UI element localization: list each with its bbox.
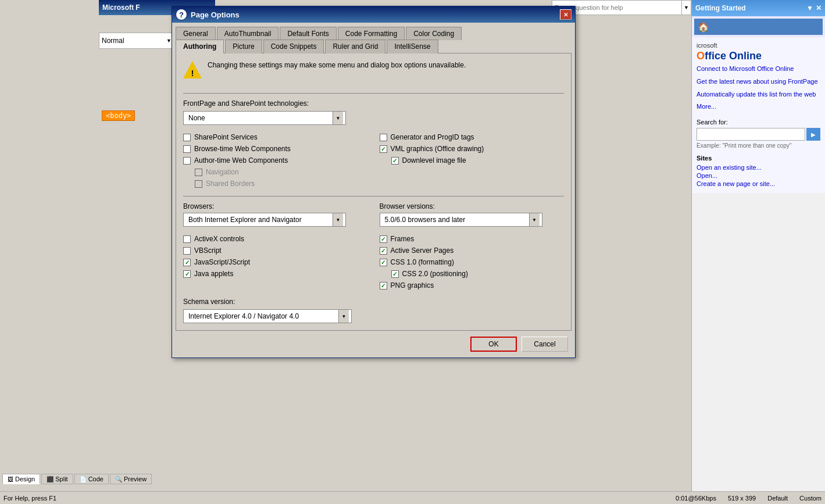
style-dropdown[interactable]: Normal ▼ (99, 33, 174, 49)
link-update[interactable]: Automatically update this list from the … (697, 89, 820, 101)
divider-1 (183, 93, 564, 94)
tab-split[interactable]: ⬛ Split (41, 474, 73, 484)
downlevel-image-checkbox[interactable] (391, 157, 399, 165)
browser-versions-dropdown-arrow[interactable]: ▼ (529, 213, 540, 226)
cb-vml-graphics: VML graphics (Office drawing) (380, 145, 565, 153)
cb-shared-borders: Shared Borders (183, 180, 368, 188)
author-time-checkbox[interactable] (183, 157, 191, 165)
schema-dropdown-arrow[interactable]: ▼ (338, 310, 349, 323)
cb-asp: Active Server Pages (380, 246, 565, 255)
tab-picture[interactable]: Picture (225, 40, 262, 53)
cb-java-applets: Java applets (183, 270, 368, 278)
schema-dropdown[interactable]: Internet Explorer 4.0 / Navigator 4.0 ▼ (183, 309, 352, 323)
office-online-label: icrosoft (697, 42, 820, 49)
tab-default-fonts[interactable]: Default Fonts (280, 27, 336, 40)
navigation-label: Navigation (206, 168, 239, 176)
activex-checkbox[interactable] (183, 235, 191, 243)
tab-code-formatting[interactable]: Code Formatting (338, 27, 405, 40)
status-custom: Custom (799, 495, 822, 502)
browsers-dropdown-arrow[interactable]: ▼ (333, 213, 343, 226)
schema-label: Schema version: (183, 298, 564, 306)
css1-label: CSS 1.0 (formatting) (391, 258, 454, 266)
vml-graphics-checkbox[interactable] (380, 145, 387, 153)
css2-checkbox[interactable] (391, 270, 399, 278)
link-create-new[interactable]: Create a new page or site... (697, 180, 820, 187)
css1-checkbox[interactable] (380, 259, 387, 266)
browser-checkbox-col-right: Frames Active Server Pages CSS 1.0 (form… (380, 235, 565, 289)
ok-button[interactable]: OK (470, 337, 517, 352)
tab-authoring[interactable]: Authoring (176, 40, 224, 53)
cancel-button[interactable]: Cancel (522, 337, 568, 352)
cb-activex: ActiveX controls (183, 235, 368, 243)
shared-borders-label: Shared Borders (206, 180, 255, 188)
link-open-existing[interactable]: Open an existing site... (697, 164, 820, 171)
cb-browse-time: Browse-time Web Components (183, 145, 368, 153)
split-icon: ⬛ (47, 476, 53, 482)
asp-label: Active Server Pages (391, 246, 454, 255)
browse-time-checkbox[interactable] (183, 145, 191, 153)
css2-label: CSS 2.0 (positioning) (402, 270, 468, 278)
shared-borders-checkbox[interactable] (195, 180, 202, 188)
asp-checkbox[interactable] (380, 247, 387, 255)
right-panel-titlebar: Getting Started ▼ ✕ (692, 0, 825, 16)
tab-color-coding[interactable]: Color Coding (406, 27, 462, 40)
browse-time-label: Browse-time Web Components (194, 145, 291, 153)
tab-intellisense[interactable]: IntelliSense (387, 40, 438, 53)
dialog-titlebar: ? Page Options ✕ (172, 6, 575, 23)
cb-navigation: Navigation (183, 168, 368, 176)
browser-versions-dropdown[interactable]: 5.0/6.0 browsers and later ▼ (380, 213, 542, 227)
link-connect[interactable]: Connect to Microsoft Office Online (697, 63, 820, 75)
dialog-close-button[interactable]: ✕ (560, 9, 572, 20)
tab-code[interactable]: 📄 Code (74, 474, 109, 484)
dialog-footer: OK Cancel (172, 331, 575, 358)
author-time-label: Author-time Web Components (194, 156, 288, 165)
frontpage-dropdown[interactable]: None ▼ (183, 111, 346, 125)
warning-text: Changing these settings may make some me… (208, 60, 564, 70)
right-panel-close-icon[interactable]: ✕ (816, 4, 822, 12)
sharepoint-services-checkbox[interactable] (183, 134, 191, 141)
right-panel-dropdown-icon[interactable]: ▼ (806, 4, 813, 12)
tab-general[interactable]: General (176, 27, 216, 40)
search-section: Search for: ▶ Example: "Print more than … (697, 119, 820, 149)
schema-section: Schema version: Internet Explorer 4.0 / … (183, 298, 564, 323)
tab-design[interactable]: 🖼 Design (2, 474, 40, 484)
java-applets-checkbox[interactable] (183, 270, 191, 278)
navigation-checkbox[interactable] (195, 169, 202, 176)
app-title: Microsoft F (102, 3, 140, 12)
status-text: For Help, press F1 (3, 495, 56, 502)
tab-ruler-grid[interactable]: Ruler and Grid (325, 40, 385, 53)
style-arrow: ▼ (166, 38, 172, 44)
browsers-dropdown[interactable]: Both Internet Explorer and Navigator ▼ (183, 213, 346, 227)
png-graphics-checkbox[interactable] (380, 282, 387, 289)
browser-col-left: Browsers: Both Internet Explorer and Nav… (183, 202, 368, 227)
sites-label: Sites (697, 155, 820, 162)
browsers-section: Browsers: Both Internet Explorer and Nav… (183, 202, 564, 227)
link-open[interactable]: Open... (697, 172, 820, 179)
cb-javascript: JavaScript/JScript (183, 258, 368, 266)
dialog-tabs-row2: Authoring Picture Code Snippets Ruler an… (172, 39, 575, 53)
frontpage-dropdown-arrow[interactable]: ▼ (333, 112, 343, 124)
search-go-button[interactable]: ▶ (806, 128, 820, 141)
generator-progid-label: Generator and ProgID tags (391, 133, 474, 141)
search-tip: Example: "Print more than one copy" (697, 142, 820, 149)
search-label: Search for: (697, 119, 820, 126)
link-news[interactable]: Get the latest news about using FrontPag… (697, 76, 820, 88)
downlevel-image-label: Downlevel image file (402, 156, 466, 165)
search-input[interactable] (697, 128, 805, 141)
home-icon[interactable]: 🏠 (698, 22, 709, 33)
generator-progid-checkbox[interactable] (380, 134, 387, 141)
tab-autothumbnail[interactable]: AutoThumbnail (217, 27, 279, 40)
dialog-controls: ✕ (560, 9, 572, 20)
link-more[interactable]: More... (697, 101, 820, 113)
office-online-title: Office Online (697, 50, 820, 62)
frames-checkbox[interactable] (380, 235, 387, 243)
body-tag: <body> (102, 110, 135, 121)
browser-versions-label: Browser versions: (380, 202, 565, 210)
checkbox-col-right: Generator and ProgID tags VML graphics (… (380, 133, 565, 188)
vbscript-checkbox[interactable] (183, 247, 191, 255)
javascript-checkbox[interactable] (183, 259, 191, 266)
question-dropdown-arrow[interactable]: ▼ (681, 1, 691, 15)
tab-code-snippets[interactable]: Code Snippets (263, 40, 324, 53)
frames-label: Frames (391, 235, 415, 243)
tab-preview[interactable]: 🔍 Preview (110, 474, 152, 484)
